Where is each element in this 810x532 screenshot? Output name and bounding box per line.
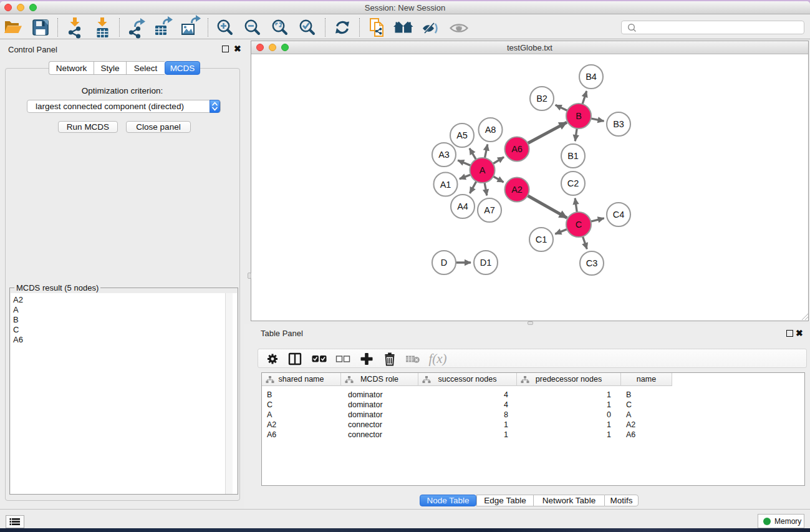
svg-text:A2: A2 — [511, 185, 523, 195]
svg-text:B: B — [576, 111, 582, 121]
svg-text:A1: A1 — [440, 180, 451, 190]
svg-text:A3: A3 — [438, 150, 450, 160]
svg-text:D: D — [441, 258, 447, 268]
svg-text:B2: B2 — [536, 94, 547, 104]
svg-text:A6: A6 — [511, 144, 523, 154]
svg-text:C2: C2 — [567, 178, 579, 188]
svg-text:D1: D1 — [480, 258, 492, 268]
svg-text:C3: C3 — [586, 258, 598, 268]
svg-text:A8: A8 — [485, 125, 496, 135]
svg-text:B1: B1 — [567, 151, 579, 161]
svg-text:A4: A4 — [457, 201, 468, 211]
svg-text:A7: A7 — [484, 205, 495, 215]
svg-text:f(x): f(x) — [428, 351, 446, 366]
svg-text:A: A — [480, 165, 486, 175]
svg-text:C1: C1 — [536, 235, 547, 244]
svg-text:C: C — [576, 220, 582, 230]
svg-text:B4: B4 — [586, 72, 597, 82]
svg-text:A5: A5 — [456, 130, 468, 140]
svg-text:B3: B3 — [613, 119, 624, 129]
svg-text:C4: C4 — [613, 210, 625, 220]
